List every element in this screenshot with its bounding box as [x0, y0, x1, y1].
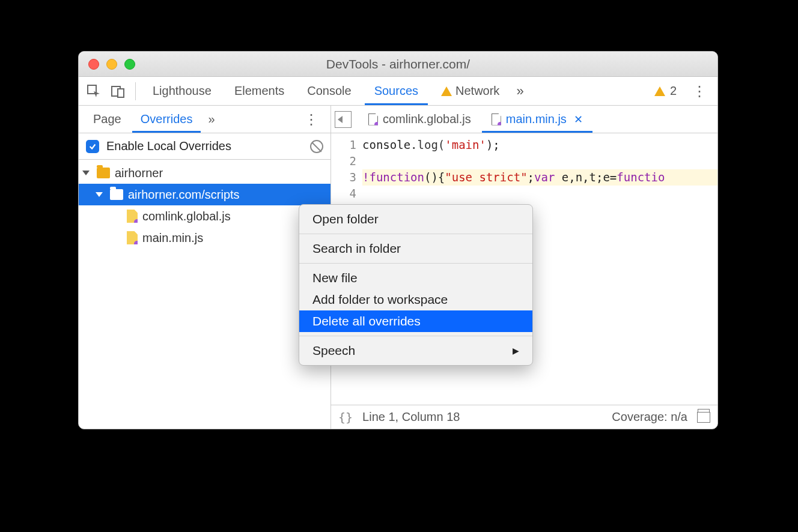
more-subtabs[interactable]: »	[203, 112, 219, 126]
tab-lighthouse[interactable]: Lighthouse	[143, 77, 221, 105]
traffic-lights	[79, 59, 135, 70]
line-number: 2	[331, 153, 356, 169]
toggle-navigator-icon[interactable]	[335, 111, 352, 128]
ctx-speech[interactable]: Speech ▶	[299, 340, 532, 361]
navigator-tabs: Page Overrides » ⋮	[79, 106, 330, 133]
editor-tab-row: comlink.global.js main.min.js ✕	[331, 106, 717, 133]
status-bar: {} Line 1, Column 18 Coverage: n/a	[331, 405, 717, 429]
separator	[135, 82, 136, 100]
warning-icon	[441, 86, 452, 96]
ctx-new-file[interactable]: New file	[299, 267, 532, 289]
device-toggle-icon[interactable]	[108, 81, 128, 101]
tree-file-label: comlink.global.js	[142, 210, 231, 223]
zoom-icon[interactable]	[124, 59, 135, 70]
separator	[299, 263, 532, 264]
caret-icon	[82, 171, 90, 175]
line-number: 4	[331, 186, 356, 202]
caret-icon	[96, 192, 103, 197]
folder-icon	[110, 189, 123, 200]
separator	[299, 336, 532, 336]
tab-network[interactable]: Network	[431, 77, 509, 105]
file-icon	[492, 113, 501, 125]
line-number: 1	[331, 137, 356, 153]
minimize-icon[interactable]	[106, 59, 117, 70]
context-menu: Open folder Search in folder New file Ad…	[299, 204, 533, 366]
format-icon[interactable]: {}	[338, 410, 353, 425]
file-tree: airhorner airhorner.com/scripts comlink.…	[79, 160, 330, 429]
tab-sources[interactable]: Sources	[365, 77, 428, 105]
main-tab-row: Lighthouse Elements Console Sources Netw…	[79, 77, 717, 106]
tab-page[interactable]: Page	[85, 106, 130, 133]
editor-tab-label: comlink.global.js	[383, 112, 471, 126]
submenu-arrow-icon: ▶	[513, 346, 519, 355]
tab-overrides[interactable]: Overrides	[132, 106, 201, 133]
kebab-icon[interactable]: ⋮	[686, 83, 713, 100]
ctx-add-workspace[interactable]: Add folder to workspace	[299, 289, 532, 310]
tree-folder[interactable]: airhorner.com/scripts	[79, 184, 330, 205]
file-icon	[127, 231, 138, 244]
show-drawer-icon[interactable]	[697, 412, 710, 423]
close-icon[interactable]: ✕	[574, 113, 583, 126]
folder-icon	[97, 168, 110, 178]
warning-icon	[654, 86, 665, 96]
ctx-speech-label: Speech	[312, 343, 355, 358]
separator	[299, 234, 532, 234]
enable-overrides-row: Enable Local Overrides	[79, 133, 330, 160]
line-number: 3	[331, 169, 356, 186]
enable-overrides-label: Enable Local Overrides	[106, 139, 231, 153]
editor-tab[interactable]: comlink.global.js	[359, 106, 481, 133]
tree-folder-label: airhorner.com/scripts	[128, 188, 240, 202]
ctx-open-folder[interactable]: Open folder	[299, 208, 532, 230]
close-icon[interactable]	[88, 59, 99, 70]
kebab-icon[interactable]: ⋮	[298, 111, 324, 128]
editor-tab-label: main.min.js	[506, 112, 567, 126]
file-icon	[127, 210, 138, 223]
window-title: DevTools - airhorner.com/	[79, 57, 717, 71]
tab-network-label: Network	[455, 84, 499, 98]
titlebar: DevTools - airhorner.com/	[79, 52, 717, 77]
inspect-icon[interactable]	[84, 81, 104, 101]
tree-root[interactable]: airhorner	[79, 162, 330, 184]
ctx-search-folder[interactable]: Search in folder	[299, 238, 532, 259]
warning-count: 2	[670, 84, 677, 98]
enable-overrides-checkbox[interactable]	[86, 140, 99, 153]
svg-rect-2	[118, 89, 124, 97]
tree-file[interactable]: comlink.global.js	[79, 205, 330, 227]
clear-icon[interactable]	[310, 140, 323, 153]
tab-console[interactable]: Console	[297, 77, 361, 105]
tree-root-label: airhorner	[115, 166, 163, 180]
ctx-delete-overrides[interactable]: Delete all overrides	[299, 310, 532, 332]
file-icon	[368, 113, 378, 125]
warnings-summary[interactable]: 2	[648, 84, 683, 98]
tree-file[interactable]: main.min.js	[79, 227, 330, 249]
tree-file-label: main.min.js	[142, 231, 203, 245]
navigator-panel: Page Overrides » ⋮ Enable Local Override…	[79, 106, 331, 429]
coverage-label: Coverage: n/a	[612, 410, 687, 424]
editor-tab[interactable]: main.min.js ✕	[482, 106, 592, 133]
tab-elements[interactable]: Elements	[225, 77, 294, 105]
more-tabs[interactable]: »	[513, 83, 527, 99]
cursor-position: Line 1, Column 18	[362, 410, 460, 424]
